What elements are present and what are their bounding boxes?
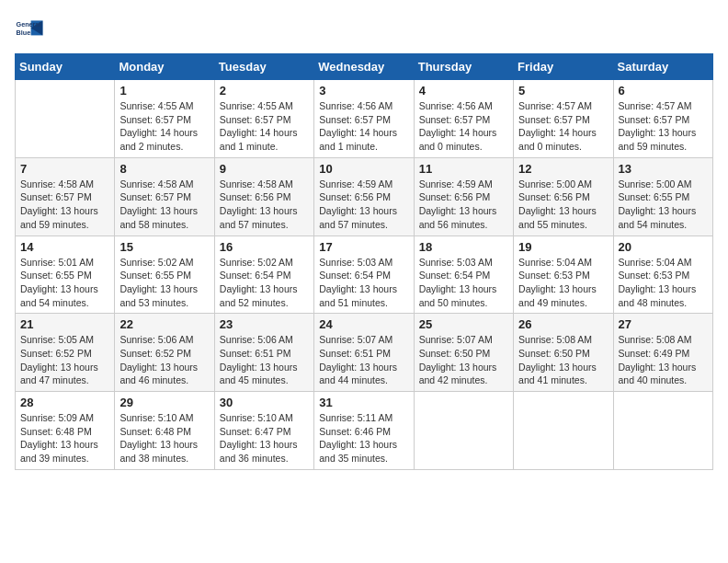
day-number: 12 xyxy=(518,162,608,176)
day-info: Sunrise: 5:03 AM Sunset: 6:54 PM Dayligh… xyxy=(419,256,508,310)
day-cell: 27Sunrise: 5:08 AM Sunset: 6:49 PM Dayli… xyxy=(613,314,712,392)
day-cell: 3Sunrise: 4:56 AM Sunset: 6:57 PM Daylig… xyxy=(314,80,414,158)
day-info: Sunrise: 4:58 AM Sunset: 6:57 PM Dayligh… xyxy=(119,178,209,232)
day-info: Sunrise: 5:01 AM Sunset: 6:55 PM Dayligh… xyxy=(20,256,109,310)
day-cell: 9Sunrise: 4:58 AM Sunset: 6:56 PM Daylig… xyxy=(214,157,313,236)
day-number: 7 xyxy=(20,162,109,176)
day-cell: 24Sunrise: 5:07 AM Sunset: 6:51 PM Dayli… xyxy=(314,314,414,392)
day-cell: 7Sunrise: 4:58 AM Sunset: 6:57 PM Daylig… xyxy=(16,157,115,236)
col-header-sunday: Sunday xyxy=(16,54,115,80)
day-number: 13 xyxy=(619,162,708,176)
col-header-monday: Monday xyxy=(115,54,214,80)
day-number: 11 xyxy=(419,162,508,176)
day-info: Sunrise: 5:11 AM Sunset: 6:46 PM Dayligh… xyxy=(319,411,408,465)
day-info: Sunrise: 5:02 AM Sunset: 6:54 PM Dayligh… xyxy=(220,256,309,310)
day-info: Sunrise: 4:56 AM Sunset: 6:57 PM Dayligh… xyxy=(319,99,408,154)
day-cell: 14Sunrise: 5:01 AM Sunset: 6:55 PM Dayli… xyxy=(16,236,115,314)
day-number: 15 xyxy=(119,240,209,254)
day-info: Sunrise: 4:57 AM Sunset: 6:57 PM Dayligh… xyxy=(619,99,708,154)
day-cell: 13Sunrise: 5:00 AM Sunset: 6:55 PM Dayli… xyxy=(613,157,712,236)
day-cell: 26Sunrise: 5:08 AM Sunset: 6:50 PM Dayli… xyxy=(514,314,613,392)
day-number: 29 xyxy=(119,396,209,409)
day-number: 28 xyxy=(20,396,109,409)
day-info: Sunrise: 4:55 AM Sunset: 6:57 PM Dayligh… xyxy=(220,99,309,154)
day-info: Sunrise: 5:10 AM Sunset: 6:47 PM Dayligh… xyxy=(220,411,309,465)
week-row-3: 14Sunrise: 5:01 AM Sunset: 6:55 PM Dayli… xyxy=(16,236,713,314)
day-info: Sunrise: 4:58 AM Sunset: 6:56 PM Dayligh… xyxy=(220,178,309,232)
day-cell: 28Sunrise: 5:09 AM Sunset: 6:48 PM Dayli… xyxy=(16,392,115,470)
day-info: Sunrise: 5:07 AM Sunset: 6:50 PM Dayligh… xyxy=(419,333,508,387)
day-info: Sunrise: 5:06 AM Sunset: 6:52 PM Dayligh… xyxy=(119,333,209,387)
day-cell: 18Sunrise: 5:03 AM Sunset: 6:54 PM Dayli… xyxy=(414,236,513,314)
day-number: 14 xyxy=(20,240,109,254)
day-info: Sunrise: 4:59 AM Sunset: 6:56 PM Dayligh… xyxy=(419,178,508,232)
col-header-tuesday: Tuesday xyxy=(214,54,313,80)
svg-text:General: General xyxy=(17,20,41,29)
day-info: Sunrise: 5:07 AM Sunset: 6:51 PM Dayligh… xyxy=(319,333,408,387)
day-info: Sunrise: 5:04 AM Sunset: 6:53 PM Dayligh… xyxy=(518,256,608,310)
day-number: 17 xyxy=(319,240,408,254)
day-cell: 19Sunrise: 5:04 AM Sunset: 6:53 PM Dayli… xyxy=(514,236,613,314)
day-cell: 11Sunrise: 4:59 AM Sunset: 6:56 PM Dayli… xyxy=(414,157,513,236)
day-cell: 23Sunrise: 5:06 AM Sunset: 6:51 PM Dayli… xyxy=(214,314,313,392)
day-number: 25 xyxy=(419,317,508,331)
col-header-wednesday: Wednesday xyxy=(314,54,414,80)
day-cell: 12Sunrise: 5:00 AM Sunset: 6:56 PM Dayli… xyxy=(514,157,613,236)
day-info: Sunrise: 5:00 AM Sunset: 6:55 PM Dayligh… xyxy=(619,178,708,232)
day-cell: 10Sunrise: 4:59 AM Sunset: 6:56 PM Dayli… xyxy=(314,157,414,236)
day-cell xyxy=(514,392,613,470)
day-number: 1 xyxy=(119,84,209,98)
day-cell xyxy=(414,392,513,470)
day-info: Sunrise: 5:09 AM Sunset: 6:48 PM Dayligh… xyxy=(20,411,109,465)
day-number: 21 xyxy=(20,317,109,331)
day-cell: 22Sunrise: 5:06 AM Sunset: 6:52 PM Dayli… xyxy=(115,314,214,392)
week-row-5: 28Sunrise: 5:09 AM Sunset: 6:48 PM Dayli… xyxy=(16,392,713,470)
day-number: 26 xyxy=(518,317,608,331)
day-cell: 31Sunrise: 5:11 AM Sunset: 6:46 PM Dayli… xyxy=(314,392,414,470)
day-number: 3 xyxy=(319,84,408,98)
day-info: Sunrise: 5:06 AM Sunset: 6:51 PM Dayligh… xyxy=(220,333,309,387)
day-number: 27 xyxy=(619,317,708,331)
day-cell: 17Sunrise: 5:03 AM Sunset: 6:54 PM Dayli… xyxy=(314,236,414,314)
day-cell: 20Sunrise: 5:04 AM Sunset: 6:53 PM Dayli… xyxy=(613,236,712,314)
day-number: 4 xyxy=(419,84,508,98)
day-number: 19 xyxy=(518,240,608,254)
day-info: Sunrise: 4:56 AM Sunset: 6:57 PM Dayligh… xyxy=(419,99,508,154)
day-info: Sunrise: 4:58 AM Sunset: 6:57 PM Dayligh… xyxy=(20,178,109,232)
week-row-1: 1Sunrise: 4:55 AM Sunset: 6:57 PM Daylig… xyxy=(16,80,713,158)
day-cell xyxy=(613,392,712,470)
day-number: 9 xyxy=(220,162,309,176)
col-header-friday: Friday xyxy=(514,54,613,80)
logo-icon: General Blue xyxy=(15,15,44,44)
day-number: 23 xyxy=(220,317,309,331)
day-info: Sunrise: 5:00 AM Sunset: 6:56 PM Dayligh… xyxy=(518,178,608,232)
week-row-2: 7Sunrise: 4:58 AM Sunset: 6:57 PM Daylig… xyxy=(16,157,713,236)
day-number: 5 xyxy=(518,84,608,98)
week-row-4: 21Sunrise: 5:05 AM Sunset: 6:52 PM Dayli… xyxy=(16,314,713,392)
day-number: 20 xyxy=(619,240,708,254)
calendar-table: SundayMondayTuesdayWednesdayThursdayFrid… xyxy=(15,53,713,470)
col-header-thursday: Thursday xyxy=(414,54,513,80)
logo: General Blue xyxy=(15,15,44,44)
day-info: Sunrise: 5:03 AM Sunset: 6:54 PM Dayligh… xyxy=(319,256,408,310)
day-number: 30 xyxy=(220,396,309,409)
day-number: 31 xyxy=(319,396,408,409)
day-cell xyxy=(16,80,115,158)
day-info: Sunrise: 5:02 AM Sunset: 6:55 PM Dayligh… xyxy=(119,256,209,310)
svg-text:Blue: Blue xyxy=(17,29,31,37)
day-info: Sunrise: 5:08 AM Sunset: 6:50 PM Dayligh… xyxy=(518,333,608,387)
day-info: Sunrise: 5:05 AM Sunset: 6:52 PM Dayligh… xyxy=(20,333,109,387)
day-cell: 15Sunrise: 5:02 AM Sunset: 6:55 PM Dayli… xyxy=(115,236,214,314)
day-number: 2 xyxy=(220,84,309,98)
day-cell: 6Sunrise: 4:57 AM Sunset: 6:57 PM Daylig… xyxy=(613,80,712,158)
day-cell: 1Sunrise: 4:55 AM Sunset: 6:57 PM Daylig… xyxy=(115,80,214,158)
day-number: 16 xyxy=(220,240,309,254)
day-cell: 5Sunrise: 4:57 AM Sunset: 6:57 PM Daylig… xyxy=(514,80,613,158)
page-header: General Blue xyxy=(15,15,713,44)
day-number: 24 xyxy=(319,317,408,331)
day-number: 10 xyxy=(319,162,408,176)
day-info: Sunrise: 5:10 AM Sunset: 6:48 PM Dayligh… xyxy=(119,411,209,465)
day-cell: 21Sunrise: 5:05 AM Sunset: 6:52 PM Dayli… xyxy=(16,314,115,392)
col-header-saturday: Saturday xyxy=(613,54,712,80)
day-cell: 16Sunrise: 5:02 AM Sunset: 6:54 PM Dayli… xyxy=(214,236,313,314)
